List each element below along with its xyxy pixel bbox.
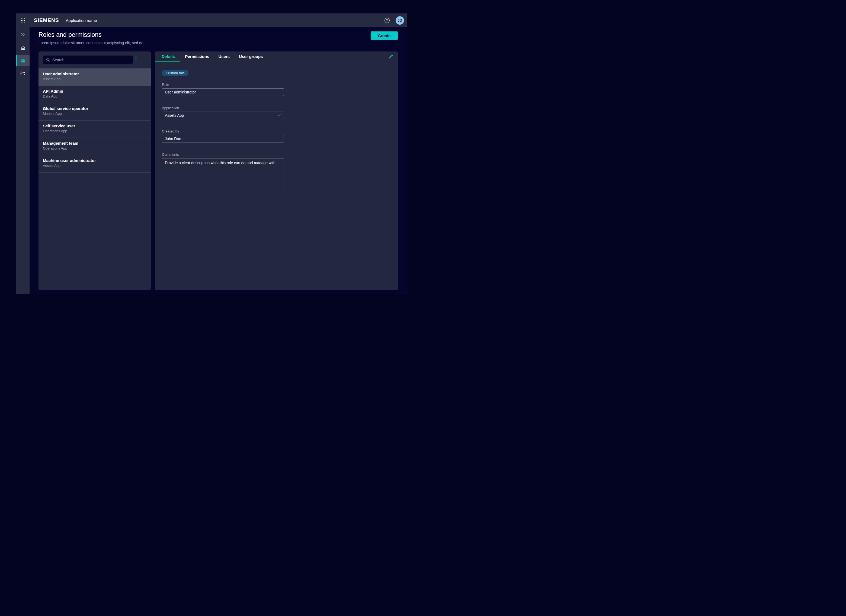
folder-icon (20, 71, 25, 76)
top-navbar: SIEMENS Application name ? JD (16, 14, 407, 27)
role-name: Self service user (43, 123, 151, 128)
role-list-item[interactable]: Self service user Operations App (38, 120, 151, 138)
role-name: API Admin (43, 89, 151, 94)
role-name: Global service operator (43, 106, 151, 111)
role-app: Monitor App (43, 111, 151, 116)
app-launcher-button[interactable] (16, 18, 29, 22)
tab-permissions[interactable]: Permissions (180, 51, 214, 62)
application-field-label: Application (162, 106, 398, 110)
application-field: Application Assets App (162, 106, 398, 119)
page-subtitle: Lorem ipsum dolor sit amet, consectetur … (38, 41, 398, 45)
app-background: { "header": { "brand": "SIEMENS", "app_t… (0, 0, 423, 308)
page-title: Roles and permissions (38, 27, 398, 38)
role-name: User administrator (43, 72, 151, 76)
pencil-icon (388, 54, 393, 59)
double-chevron-right-icon (21, 33, 25, 36)
sidebar-item-roles-and-permissions[interactable] (16, 55, 29, 66)
avatar[interactable]: JD (396, 16, 404, 25)
comments-textarea[interactable]: Provide a clear description what this ro… (162, 158, 284, 200)
application-name: Application name (66, 18, 97, 23)
created-by-field-input[interactable]: John Doe (162, 135, 284, 142)
main-content: Roles and permissions Lorem ipsum dolor … (29, 27, 407, 293)
user-group-icon (20, 58, 26, 63)
sidebar-expand-button[interactable] (16, 29, 29, 40)
role-app: Operations App (43, 129, 151, 133)
role-list-item[interactable]: Machine user administrator Assets App (38, 155, 151, 173)
application-select[interactable]: Assets App (162, 111, 284, 119)
tab-details[interactable]: Details (155, 51, 180, 62)
page-header: Roles and permissions Lorem ipsum dolor … (38, 27, 398, 51)
role-field: Role User administrator (162, 83, 398, 96)
sidebar-item-files[interactable] (16, 68, 29, 79)
role-app: Assets App (43, 77, 151, 81)
sidebar (16, 27, 29, 293)
search-placeholder: Search... (52, 58, 68, 62)
question-mark-icon: ? (386, 18, 388, 22)
role-app: Operations App (43, 146, 151, 150)
chevron-down-icon (278, 114, 281, 116)
application-select-value: Assets App (165, 113, 184, 117)
role-list-item[interactable]: Management team Operations App (38, 138, 151, 155)
roles-list-panel: Search... User administrator Assets App … (38, 51, 151, 290)
search-icon (46, 58, 50, 62)
list-options-button[interactable] (134, 56, 138, 64)
details-tabs: Details Permissions Users User groups (155, 51, 398, 62)
help-button[interactable]: ? (384, 18, 390, 23)
role-details-form: Custom role Role User administrator Appl… (155, 62, 398, 210)
tab-user-groups[interactable]: User groups (234, 51, 267, 62)
kebab-vertical-icon (135, 57, 137, 58)
comments-field: Comments Provide a clear description wha… (162, 153, 398, 200)
role-list-item[interactable]: API Admin Data App (38, 86, 151, 103)
role-app: Assets App (43, 164, 151, 168)
created-by-field-label: Created by (162, 129, 398, 133)
tab-users[interactable]: Users (214, 51, 234, 62)
role-list-item[interactable]: User administrator Assets App (38, 69, 151, 86)
create-button[interactable]: Create (371, 31, 398, 40)
role-list-item[interactable]: Global service operator Monitor App (38, 103, 151, 120)
sidebar-item-home[interactable] (16, 42, 29, 54)
created-by-field: Created by John Doe (162, 129, 398, 142)
custom-role-badge: Custom role (162, 70, 188, 76)
role-name: Machine user administrator (43, 158, 151, 163)
siemens-logo: SIEMENS (34, 17, 59, 23)
app-launcher-grid-icon (21, 18, 25, 22)
role-details-panel: Details Permissions Users User groups C (155, 51, 398, 290)
role-name: Management team (43, 141, 151, 145)
comments-field-label: Comments (162, 153, 398, 157)
edit-role-button[interactable] (388, 54, 393, 59)
role-field-input[interactable]: User administrator (162, 88, 284, 96)
role-app: Data App (43, 94, 151, 98)
home-icon (21, 45, 25, 50)
app-window: SIEMENS Application name ? JD (16, 13, 407, 294)
roles-search-row: Search... (38, 51, 151, 69)
search-input[interactable]: Search... (43, 56, 133, 64)
role-field-label: Role (162, 83, 398, 87)
